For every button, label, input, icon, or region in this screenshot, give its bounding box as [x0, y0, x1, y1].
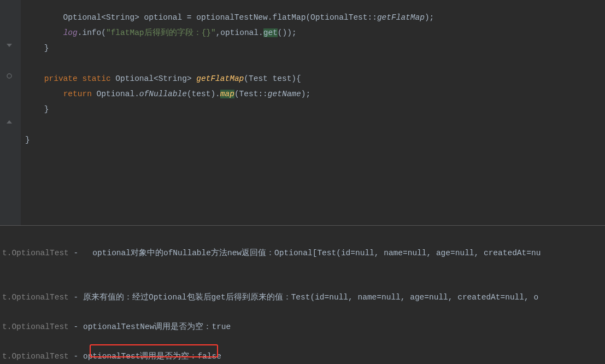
code-line: }: [25, 105, 49, 114]
code-line: return Optional.ofNullable(test).map(Tes…: [25, 90, 310, 98]
svg-point-0: [7, 74, 11, 78]
console-line: t.OptionalTest - 原来有值的：经过Optional包装后get后…: [2, 290, 605, 305]
console-line: t.OptionalTest - optional对象中的ofNullable方…: [2, 246, 605, 261]
code-line: }: [25, 136, 30, 144]
console-output[interactable]: t.OptionalTest - optional对象中的ofNullable方…: [0, 225, 605, 364]
console-line: t.OptionalTest - optionalTestNew调用是否为空：t…: [2, 320, 605, 334]
code-content[interactable]: Optional<String> optional = optionalTest…: [21, 0, 605, 225]
code-line: }: [25, 44, 49, 52]
fold-mark-icon[interactable]: [5, 42, 13, 49]
code-line: log.info("flatMap后得到的字段：{}",optional.get…: [25, 28, 297, 37]
console-line: t.OptionalTest - optionalTest调用是否为空：fals…: [2, 349, 605, 364]
code-editor[interactable]: Optional<String> optional = optionalTest…: [0, 0, 605, 225]
fold-mark-icon[interactable]: [5, 118, 13, 126]
override-mark-icon[interactable]: [5, 72, 13, 80]
code-line: Optional<String> optional = optionalTest…: [25, 13, 434, 22]
code-line: private static Optional<String> getFlatM…: [25, 74, 301, 83]
editor-gutter: [0, 0, 21, 225]
